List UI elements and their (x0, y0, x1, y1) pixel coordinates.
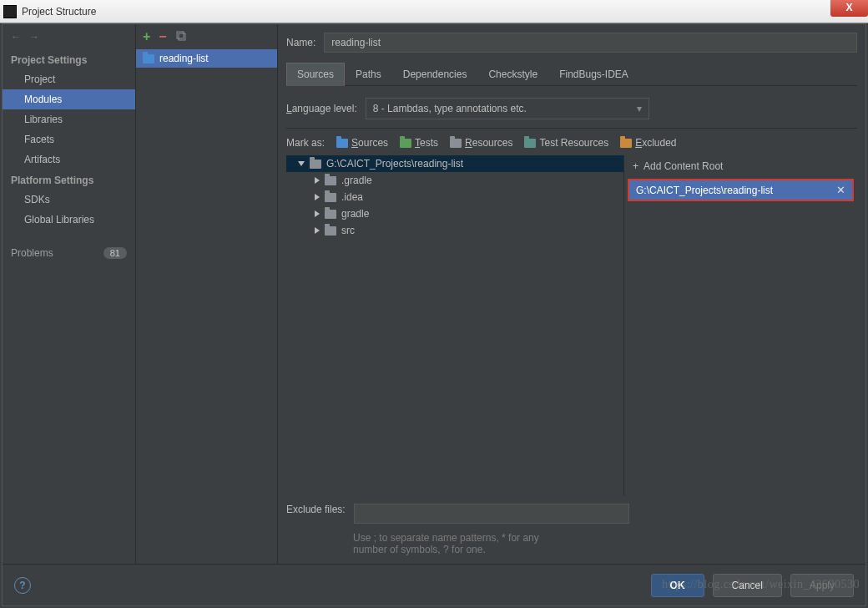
problems-count-badge: 81 (103, 247, 127, 259)
expand-icon[interactable] (315, 210, 320, 217)
tree-item[interactable]: src (286, 222, 623, 239)
folder-icon (325, 226, 336, 236)
folder-icon (325, 210, 336, 219)
folder-icon (620, 139, 632, 148)
content-tree: G:\CAICT_Projects\reading-list .gradle .… (286, 155, 623, 495)
nav-global-libraries[interactable]: Global Libraries (3, 210, 135, 230)
sidebar: ← → Project Settings Project Modules Lib… (3, 24, 136, 564)
content-root-panel: + Add Content Root G:\CAICT_Projects\rea… (623, 155, 857, 495)
expand-icon[interactable] (315, 177, 320, 184)
tree-item[interactable]: gradle (286, 205, 623, 222)
add-content-root-button[interactable]: + Add Content Root (624, 155, 857, 177)
forward-icon[interactable]: → (29, 31, 39, 43)
mark-sources[interactable]: Sources (336, 137, 388, 149)
nav-project[interactable]: Project (3, 69, 135, 89)
app-logo-icon (3, 5, 17, 18)
language-level-label: Language level: (286, 103, 357, 114)
nav-sdks[interactable]: SDKs (3, 190, 135, 210)
exclude-hint: Use ; to separate name patterns, * for a… (286, 532, 570, 555)
expand-icon[interactable] (315, 227, 320, 234)
module-item[interactable]: reading-list (136, 49, 277, 68)
tab-dependencies[interactable]: Dependencies (392, 63, 478, 85)
expand-icon[interactable] (298, 161, 305, 166)
name-label: Name: (286, 37, 315, 48)
section-project-settings: Project Settings (3, 49, 135, 69)
content-root-path: G:\CAICT_Projects\reading-list (636, 185, 773, 196)
tree-root-label: G:\CAICT_Projects\reading-list (326, 158, 463, 170)
content-root-item[interactable]: G:\CAICT_Projects\reading-list ✕ (628, 179, 854, 201)
mark-tests[interactable]: Tests (400, 137, 438, 149)
tab-checkstyle[interactable]: Checkstyle (477, 63, 548, 85)
mark-resources[interactable]: Resources (450, 137, 512, 149)
nav-history: ← → (3, 24, 135, 49)
name-row: Name: (286, 33, 857, 53)
folder-icon (450, 139, 462, 148)
tab-paths[interactable]: Paths (345, 63, 392, 85)
chevron-down-icon: ▾ (637, 103, 642, 114)
apply-button[interactable]: Apply (790, 574, 854, 597)
language-level-row: Language level: 8 - Lambdas, type annota… (286, 86, 857, 129)
ok-button[interactable]: OK (651, 574, 704, 597)
nav-modules[interactable]: Modules (3, 89, 135, 109)
problems-label: Problems (11, 247, 53, 259)
module-tabs: Sources Paths Dependencies Checkstyle Fi… (286, 63, 857, 86)
copy-module-button[interactable] (175, 30, 187, 44)
sources-split: G:\CAICT_Projects\reading-list .gradle .… (286, 155, 857, 495)
exclude-row: Exclude files: (286, 495, 857, 529)
module-toolbar: + − (136, 24, 277, 49)
language-level-dropdown[interactable]: 8 - Lambdas, type annotations etc. ▾ (366, 98, 649, 119)
remove-content-root-button[interactable]: ✕ (836, 184, 845, 196)
nav-problems[interactable]: Problems 81 (3, 243, 135, 263)
add-module-button[interactable]: + (143, 29, 150, 44)
mark-excluded[interactable]: Excluded (620, 137, 676, 149)
nav-artifacts[interactable]: Artifacts (3, 149, 135, 170)
main-panel: Name: Sources Paths Dependencies Checkst… (278, 24, 865, 564)
titlebar: Project Structure X (0, 0, 868, 23)
button-bar: ? OK Cancel Apply (3, 564, 865, 605)
folder-icon (524, 139, 536, 148)
module-list-panel: + − reading-list (136, 24, 278, 564)
folder-icon (325, 193, 336, 202)
tab-findbugs[interactable]: FindBugs-IDEA (548, 63, 639, 85)
folder-icon (400, 139, 411, 148)
mark-as-row: Mark as: Sources Tests Resources Test Re… (286, 129, 857, 154)
module-icon (143, 54, 154, 63)
exclude-label: Exclude files: (286, 504, 346, 515)
tree-root[interactable]: G:\CAICT_Projects\reading-list (286, 155, 623, 172)
mark-test-resources[interactable]: Test Resources (524, 137, 608, 149)
folder-icon (310, 160, 321, 169)
cancel-button[interactable]: Cancel (713, 574, 782, 597)
main-columns: ← → Project Settings Project Modules Lib… (3, 24, 865, 564)
plus-icon: + (633, 160, 638, 172)
back-icon[interactable]: ← (11, 31, 21, 43)
remove-module-button[interactable]: − (159, 29, 166, 44)
folder-icon (325, 176, 336, 185)
tree-item[interactable]: .idea (286, 189, 623, 205)
window-title: Project Structure (22, 6, 96, 18)
svg-rect-0 (177, 32, 184, 38)
tab-sources[interactable]: Sources (286, 63, 345, 86)
nav-facets[interactable]: Facets (3, 129, 135, 149)
svg-rect-1 (179, 33, 185, 40)
main-container: ← → Project Settings Project Modules Lib… (2, 23, 866, 606)
section-platform-settings: Platform Settings (3, 170, 135, 190)
module-name: reading-list (159, 53, 209, 64)
mark-as-label: Mark as: (286, 137, 325, 149)
folder-icon (336, 139, 348, 148)
language-level-value: 8 - Lambdas, type annotations etc. (373, 103, 527, 114)
nav-libraries[interactable]: Libraries (3, 109, 135, 129)
exclude-input[interactable] (354, 504, 629, 524)
window-close-button[interactable]: X (830, 0, 868, 17)
tree-item[interactable]: .gradle (286, 172, 623, 189)
dialog-buttons: OK Cancel Apply (651, 574, 854, 597)
name-input[interactable] (324, 33, 857, 53)
expand-icon[interactable] (315, 194, 320, 200)
help-button[interactable]: ? (14, 577, 31, 594)
